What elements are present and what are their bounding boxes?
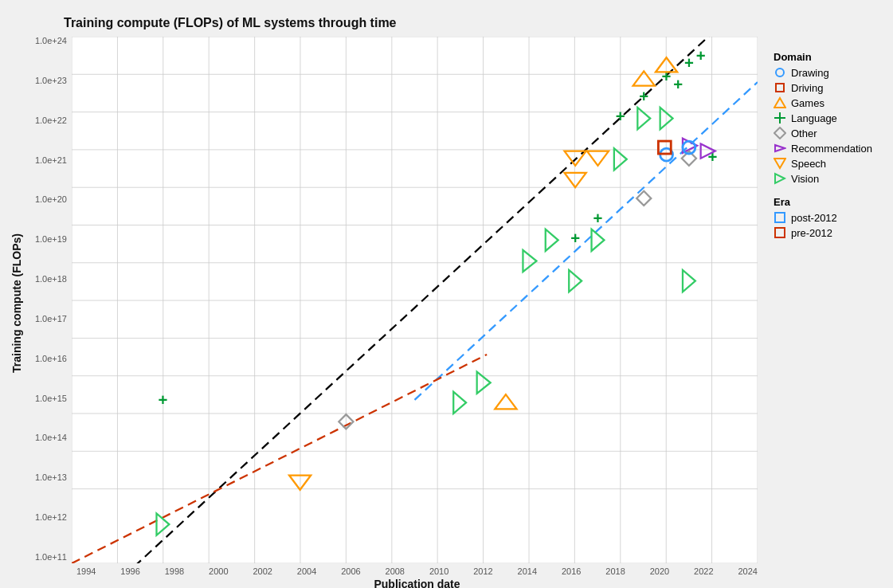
legend-item-language: Language (774, 112, 885, 124)
svg-text:+: + (696, 46, 706, 65)
legend-label-other: Other (791, 127, 817, 139)
legend-item-recommendation: Recommendation (774, 142, 885, 155)
legend-domain-title: Domain (774, 51, 885, 63)
legend-item-other: Other (774, 127, 885, 139)
legend-item-games: Games (774, 96, 885, 109)
legend-symbol-recommendation (774, 142, 786, 155)
legend-symbol-drawing (774, 66, 786, 79)
svg-text:+: + (570, 229, 580, 247)
svg-marker-75 (774, 127, 785, 139)
chart-title: Training compute (FLOPs) of ML systems t… (64, 16, 885, 30)
legend-item-post2012: post-2012 (774, 211, 885, 224)
legend-label-recommendation: Recommendation (791, 143, 872, 155)
legend-label-vision: Vision (791, 173, 819, 185)
svg-point-70 (776, 69, 784, 76)
legend-symbol-driving (774, 81, 786, 94)
legend-label-speech: Speech (791, 158, 826, 170)
legend-item-pre2012: pre-2012 (774, 226, 885, 239)
svg-text:+: + (616, 107, 625, 125)
legend-item-drawing: Drawing (774, 66, 885, 79)
svg-text:+: + (158, 390, 167, 409)
legend-symbol-language (774, 112, 786, 124)
legend-symbol-other (774, 127, 786, 139)
svg-text:+: + (673, 75, 683, 93)
svg-marker-72 (774, 98, 785, 108)
svg-rect-0 (72, 37, 758, 563)
x-axis-label: Publication date (76, 578, 758, 588)
legend-label-driving: Driving (791, 82, 823, 94)
y-axis-label: Training compute (FLOPs) (8, 37, 25, 569)
svg-text:+: + (684, 53, 694, 72)
y-axis-ticks: 1.0e+24 1.0e+23 1.0e+22 1.0e+21 1.0e+20 … (25, 37, 72, 563)
legend-symbol-post2012 (774, 211, 786, 224)
svg-rect-80 (775, 228, 785, 237)
legend-symbol-pre2012 (774, 226, 786, 239)
legend-label-drawing: Drawing (791, 67, 829, 79)
svg-text:+: + (639, 87, 648, 105)
plot-area: + + + + + + (72, 37, 758, 563)
legend-label-games: Games (791, 97, 824, 109)
legend-symbol-vision (774, 172, 786, 185)
legend-era-title: Era (774, 196, 885, 208)
svg-marker-77 (774, 159, 785, 168)
legend-symbol-games (774, 96, 786, 109)
legend-label-pre2012: pre-2012 (791, 227, 832, 239)
x-axis-ticks: 1994 1996 1998 2000 2002 2004 2006 2008 … (76, 563, 758, 576)
legend: Domain Drawing Driving (758, 37, 885, 588)
x-axis: 1994 1996 1998 2000 2002 2004 2006 2008 … (76, 563, 758, 576)
chart-container: Training compute (FLOPs) of ML systems t… (0, 0, 893, 588)
svg-text:+: + (662, 67, 672, 85)
svg-marker-76 (775, 145, 785, 151)
legend-symbol-speech (774, 157, 786, 170)
legend-item-vision: Vision (774, 172, 885, 185)
legend-label-post2012: post-2012 (791, 212, 837, 224)
legend-item-driving: Driving (774, 81, 885, 94)
legend-item-speech: Speech (774, 157, 885, 170)
svg-marker-78 (775, 174, 785, 183)
svg-text:+: + (593, 209, 603, 227)
svg-rect-79 (775, 213, 785, 222)
svg-rect-71 (776, 84, 784, 92)
legend-label-language: Language (791, 112, 837, 124)
